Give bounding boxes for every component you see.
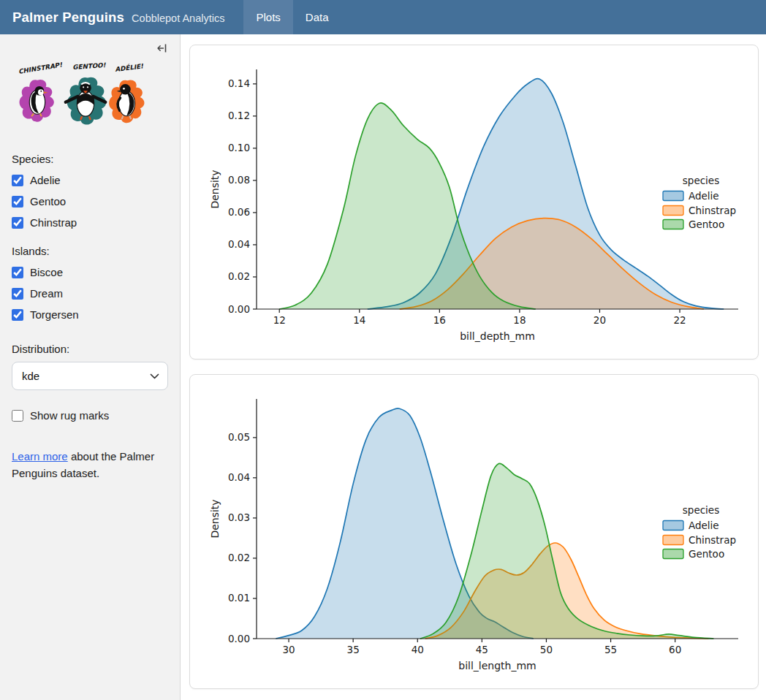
rug-marks-checkbox[interactable] [12,410,23,422]
y-tick-label: 0.06 [228,206,250,218]
biscoe-checkbox[interactable] [12,267,23,278]
x-tick-label: 30 [282,644,295,655]
y-tick-label: 0.01 [228,592,250,604]
legend-swatch-adelie [663,521,683,530]
legend-label-chinstrap: Chinstrap [689,534,736,546]
distribution-select[interactable]: kde [12,362,168,390]
adelie-checkbox-label: Adelie [30,174,61,186]
checkbox-row-chinstrap[interactable]: Chinstrap [12,216,168,229]
y-tick-label: 0.00 [228,633,250,644]
x-tick-label: 60 [669,644,681,655]
chinstrap-checkbox-label: Chinstrap [30,216,77,229]
islands-filter-group: Islands: Biscoe Dream Torgersen [12,245,168,321]
x-tick-label: 50 [540,644,553,655]
checkbox-row-torgersen[interactable]: Torgersen [12,308,168,321]
series-group [279,79,724,309]
legend-label-gentoo: Gentoo [689,548,724,560]
x-tick-label: 12 [273,314,286,326]
app-subtitle: Cobblepot Analytics [132,12,224,24]
main-content: 0.000.020.040.060.080.100.120.1412141618… [181,34,766,700]
legend-label-chinstrap: Chinstrap [689,205,736,216]
y-tick-label: 0.14 [228,77,250,89]
artwork-label-gentoo: GENTOO! [72,61,107,71]
legend-label-adelie: Adelie [689,520,719,531]
y-tick-label: 0.12 [228,110,250,121]
collapse-arrow-icon [156,42,168,54]
gentoo-checkbox-label: Gentoo [30,195,66,208]
gentoo-checkbox[interactable] [12,196,23,208]
x-tick-label: 22 [673,314,686,326]
y-tick-label: 0.00 [228,303,250,315]
chinstrap-checkbox[interactable] [12,217,23,229]
checkbox-row-gentoo[interactable]: Gentoo [12,195,168,208]
x-axis-label: bill_depth_mm [460,330,535,342]
legend-label-adelie: Adelie [689,190,719,202]
species-filter-group: Species: Adelie Gentoo Chinstrap [12,153,168,229]
distribution-label: Distribution: [12,343,168,355]
checkbox-row-biscoe[interactable]: Biscoe [12,266,168,278]
tab-data[interactable]: Data [293,0,341,34]
sidebar-collapse-button[interactable] [156,42,168,56]
checkbox-row-dream[interactable]: Dream [12,287,168,300]
legend-swatch-gentoo [663,549,683,559]
rug-marks-row[interactable]: Show rug marks [12,409,168,422]
adelie-checkbox[interactable] [12,175,23,186]
bill-depth-card: 0.000.020.040.060.080.100.120.1412141618… [189,45,759,359]
tab-plots[interactable]: Plots [243,0,292,34]
artwork-label-adelie: ADÉLIE! [115,61,145,73]
y-tick-label: 0.08 [228,174,250,186]
x-tick-label: 35 [347,644,360,655]
y-tick-label: 0.02 [228,270,250,282]
dataset-info-text: Learn more about the Palmer Penguins dat… [12,448,168,482]
x-tick-label: 55 [604,644,617,655]
x-tick-label: 18 [513,314,526,326]
x-tick-label: 45 [476,644,488,655]
dream-checkbox[interactable] [12,288,23,300]
bill-length-card: 0.000.010.020.030.040.0530354045505560bi… [189,374,759,689]
app-brand: Palmer Penguins Cobblepot Analytics [0,9,224,26]
legend-swatch-chinstrap [663,536,683,545]
navbar: Palmer Penguins Cobblepot Analytics Plot… [0,0,766,34]
legend-swatch-gentoo [663,220,683,229]
torgersen-checkbox-label: Torgersen [30,308,79,321]
x-tick-label: 16 [433,314,446,326]
y-tick-label: 0.10 [228,142,250,153]
legend-swatch-chinstrap [663,206,683,216]
nav-tabs: Plots Data [243,0,341,34]
biscoe-checkbox-label: Biscoe [30,266,63,278]
rug-marks-label: Show rug marks [30,409,109,422]
penguins-artwork-image: CHINSTRAP! GENTOO! ADÉLIE! [12,61,168,135]
x-tick-label: 14 [353,314,365,326]
legend: speciesAdelieChinstrapGentoo [663,175,736,230]
x-tick-label: 40 [412,644,424,655]
bill-length-density-chart: 0.000.010.020.030.040.0530354045505560bi… [194,379,754,684]
legend-label-gentoo: Gentoo [689,218,724,230]
y-tick-label: 0.03 [228,511,250,523]
y-tick-label: 0.04 [228,471,250,483]
species-label: Species: [12,153,168,165]
checkbox-row-adelie[interactable]: Adelie [12,174,168,186]
y-tick-label: 0.04 [228,238,250,250]
dream-checkbox-label: Dream [30,287,63,300]
y-axis-label: Density [209,170,221,208]
islands-label: Islands: [12,245,168,257]
y-tick-label: 0.02 [228,552,250,563]
artwork-label-chinstrap: CHINSTRAP! [18,61,63,75]
x-axis-label: bill_length_mm [458,660,536,672]
learn-more-link[interactable]: Learn more [12,450,68,463]
distribution-group: Distribution: kde [12,343,168,390]
app-title: Palmer Penguins [12,9,124,26]
legend-swatch-adelie [663,191,683,201]
sidebar: CHINSTRAP! GENTOO! ADÉLIE! Species: Adel… [0,34,181,700]
y-axis-label: Density [209,499,221,538]
legend: speciesAdelieChinstrapGentoo [663,504,736,560]
series-group [276,408,713,639]
x-tick-label: 20 [594,314,606,326]
y-tick-label: 0.05 [228,431,250,443]
bill-depth-density-chart: 0.000.020.040.060.080.100.120.1412141618… [194,50,754,354]
legend-title: species [683,504,719,516]
torgersen-checkbox[interactable] [12,309,23,321]
legend-title: species [683,175,719,186]
